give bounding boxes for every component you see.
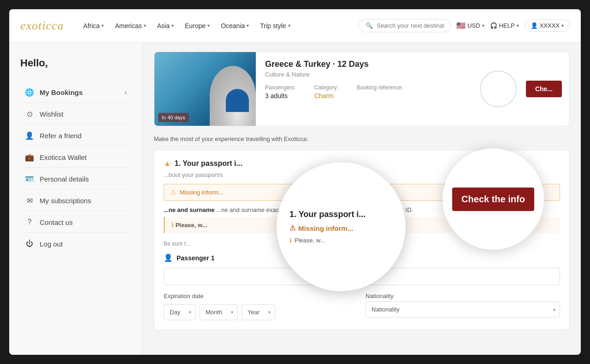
passengers-value: 3 adults <box>265 92 296 100</box>
booking-ref-circle <box>480 70 517 107</box>
booking-card: In 40 days Greece & Turkey · 12 Days Cul… <box>154 52 570 126</box>
nav-item-asia[interactable]: Asia ▾ <box>153 18 178 33</box>
chevron-down-icon: ▾ <box>288 23 290 28</box>
year-select[interactable]: Year <box>242 304 275 320</box>
day-select[interactable]: Day <box>164 304 196 320</box>
content-area: In 40 days Greece & Turkey · 12 Days Cul… <box>143 42 581 355</box>
day-select-wrap: Day ▾ <box>164 304 196 320</box>
booking-details: Greece & Turkey · 12 Days Culture & Natu… <box>256 52 480 126</box>
sidebar-item-my-subscriptions[interactable]: ✉ My subscriptions <box>20 190 131 211</box>
expiry-nationality-row: Expiration date Day ▾ Month <box>164 293 560 320</box>
check-info-label: Check the info <box>452 188 534 211</box>
nav-item-tripstyle[interactable]: Trip style ▾ <box>255 18 295 33</box>
chevron-down-icon: ▾ <box>101 23 104 28</box>
info-icon: ℹ <box>171 222 174 229</box>
header: exoticca Africa ▾ Americas ▾ Asia ▾ Euro… <box>9 9 581 42</box>
category-label: Category: <box>314 84 338 91</box>
logout-icon: ⏻ <box>25 239 34 248</box>
nationality-label: Nationality <box>366 293 560 299</box>
sidebar-item-log-out[interactable]: ⏻ Log out <box>20 234 131 254</box>
main-content: Hello, 🌐 My Bookings › ⊙ Wishlist <box>9 42 581 355</box>
warning-triangle-icon: ▲ <box>164 159 171 168</box>
booking-title: Greece & Turkey · 12 Days <box>265 59 471 69</box>
header-right: 🔍 🇺🇸 USD ▾ 🎧 HELP ▾ 👤 XXXXX ▾ <box>359 19 570 32</box>
year-select-wrap: Year ▾ <box>242 304 275 320</box>
passengers-label: Passengers: <box>265 84 296 91</box>
booking-passengers: Passengers: 3 adults <box>265 84 296 100</box>
magnify-missing: ⚠ Missing inform... <box>289 224 353 232</box>
id-icon: 🪪 <box>25 174 34 183</box>
currency-selector[interactable]: 🇺🇸 USD ▾ <box>456 21 484 30</box>
booking-reference: Booking reference: <box>357 84 403 100</box>
help-button[interactable]: 🎧 HELP ▾ <box>490 22 519 29</box>
nationality-group: Nationality Nationality ▾ <box>366 293 560 317</box>
chevron-down-icon: ▾ <box>247 23 249 28</box>
magnify-please: ℹ Please, w... <box>289 237 325 244</box>
magnify-overlay: 1. Your passport i... ⚠ Missing inform..… <box>277 162 406 291</box>
check-info-wrap: Che... <box>526 52 569 126</box>
headphone-icon: 🎧 <box>490 22 497 29</box>
check-info-tooltip: Check the info <box>442 148 544 250</box>
expiry-selects: Day ▾ Month ▾ <box>164 304 358 320</box>
check-info-button[interactable]: Che... <box>526 81 562 97</box>
magnify-content: 1. Your passport i... ⚠ Missing inform..… <box>278 164 404 289</box>
user-account-button[interactable]: 👤 XXXXX ▾ <box>525 19 570 32</box>
booking-subtitle: Culture & Nature <box>265 71 471 78</box>
magnify-title: 1. Your passport i... <box>289 210 366 219</box>
sidebar-item-wallet[interactable]: 💼 Exoticca Wallet <box>20 147 131 168</box>
chevron-right-icon: › <box>124 88 127 96</box>
sidebar-greeting: Hello, <box>20 57 131 69</box>
sidebar-menu: 🌐 My Bookings › ⊙ Wishlist 👤 Refer a fri… <box>20 82 131 254</box>
chevron-down-icon: ▾ <box>517 23 519 28</box>
chevron-down-icon: ▾ <box>144 23 146 28</box>
sidebar-item-wishlist[interactable]: ⊙ Wishlist <box>20 104 131 124</box>
month-select-wrap: Month ▾ <box>200 304 238 320</box>
search-input[interactable] <box>377 22 444 29</box>
booking-image-wrap: In 40 days <box>154 52 256 126</box>
sidebar-item-contact-us[interactable]: ? Contact us <box>20 212 131 233</box>
nationality-select-wrap: Nationality ▾ <box>366 301 560 317</box>
booking-badge: In 40 days <box>158 113 189 122</box>
sidebar: Hello, 🌐 My Bookings › ⊙ Wishlist <box>9 42 143 355</box>
chevron-down-icon: ▾ <box>171 23 174 28</box>
logo: exoticca <box>20 19 64 33</box>
sidebar-item-personal-details[interactable]: 🪪 Personal details <box>20 169 131 189</box>
mail-icon: ✉ <box>25 196 34 205</box>
expiry-label: Expiration date <box>164 293 358 299</box>
nav-item-africa[interactable]: Africa ▾ <box>79 18 109 33</box>
user-icon: 👤 <box>531 22 538 29</box>
bookings-icon: 🌐 <box>25 88 34 97</box>
search-bar[interactable]: 🔍 <box>359 19 451 32</box>
question-icon: ? <box>25 217 34 227</box>
chevron-down-icon: ▾ <box>482 23 484 28</box>
search-icon: 🔍 <box>366 22 373 29</box>
refer-icon: 👤 <box>25 131 34 140</box>
expiry-group: Expiration date Day ▾ Month <box>164 293 358 320</box>
info-icon: ℹ <box>289 237 292 244</box>
sidebar-item-refer-friend[interactable]: 👤 Refer a friend <box>20 125 131 146</box>
wallet-icon: 💼 <box>25 153 34 162</box>
nav-item-americas[interactable]: Americas ▾ <box>110 18 150 33</box>
warning-icon: ⚠ <box>171 189 176 196</box>
chevron-down-icon: ▾ <box>561 23 564 28</box>
nav-item-oceania[interactable]: Oceania ▾ <box>216 18 254 33</box>
promo-text: Make the most of your experience travell… <box>154 135 570 142</box>
sidebar-item-my-bookings[interactable]: 🌐 My Bookings › <box>20 82 131 103</box>
warning-icon: ⚠ <box>289 224 295 232</box>
month-select[interactable]: Month <box>200 304 238 320</box>
passenger-icon: 👤 <box>164 253 173 262</box>
booking-category: Category: Charm <box>314 84 338 100</box>
nav-item-europe[interactable]: Europe ▾ <box>180 18 214 33</box>
nationality-select[interactable]: Nationality <box>366 301 560 317</box>
category-value: Charm <box>314 92 338 100</box>
chevron-down-icon: ▾ <box>207 23 210 28</box>
booking-meta: Passengers: 3 adults Category: Charm Boo… <box>265 84 471 100</box>
nav: Africa ▾ Americas ▾ Asia ▾ Europe ▾ Ocea… <box>79 18 344 33</box>
flag-icon: 🇺🇸 <box>456 21 466 30</box>
reference-label: Booking reference: <box>357 84 403 91</box>
wishlist-icon: ⊙ <box>25 109 34 118</box>
